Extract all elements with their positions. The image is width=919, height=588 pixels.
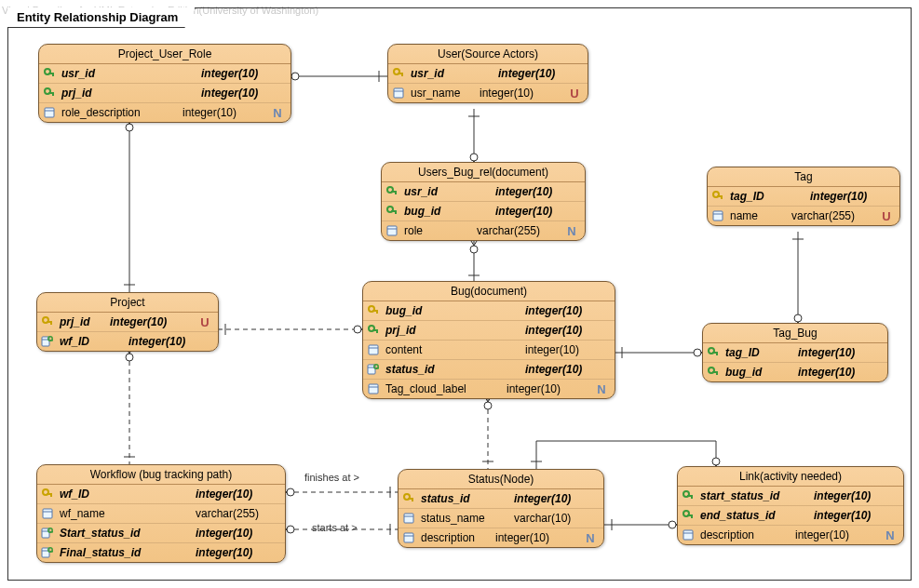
column-name: role <box>404 224 477 237</box>
column-row: start_status_idinteger(10) <box>678 487 903 506</box>
column-type: integer(10) <box>814 489 898 502</box>
svg-rect-45 <box>50 321 52 325</box>
entity-project[interactable]: Projectprj_idinteger(10)Uwf_IDinteger(10… <box>36 292 219 352</box>
column-icon <box>367 381 382 396</box>
column-row: prj_idinteger(10) <box>363 321 615 341</box>
column-name: prj_id <box>61 87 201 100</box>
svg-rect-55 <box>376 329 378 333</box>
column-type: integer(10) <box>110 315 194 328</box>
column-row: wf_IDinteger(10) <box>37 332 218 351</box>
svg-rect-36 <box>387 226 397 235</box>
entity-title: Bug(document) <box>363 282 615 301</box>
column-row: usr_idinteger(10) <box>388 64 588 84</box>
column-row: descriptioninteger(10)N <box>678 526 903 544</box>
column-type: integer(10) <box>495 531 579 544</box>
column-name: bug_id <box>385 304 525 317</box>
svg-rect-52 <box>376 310 378 314</box>
column-row: usr_nameinteger(10)U <box>388 84 588 102</box>
column-type: integer(10) <box>196 546 279 559</box>
column-type: integer(10) <box>495 185 579 198</box>
key-icon <box>711 189 726 204</box>
key-icon <box>392 66 407 81</box>
column-type: integer(10) <box>498 67 582 80</box>
fk-key-icon <box>707 345 722 360</box>
svg-rect-66 <box>716 352 718 355</box>
column-row: role_descriptioninteger(10)N <box>39 103 291 122</box>
column-name: tag_ID <box>725 346 798 359</box>
badge-unique: U <box>567 86 582 100</box>
column-name: prj_id <box>385 324 525 337</box>
entity-tag-bug[interactable]: Tag_Bugtag_IDinteger(10)bug_idinteger(10… <box>702 323 888 382</box>
column-name: description <box>700 528 795 541</box>
column-name: wf_ID <box>60 335 128 348</box>
entity-bug[interactable]: Bug(document)bug_idinteger(10)prj_idinte… <box>362 281 615 399</box>
column-type: integer(10) <box>525 324 609 337</box>
svg-rect-49 <box>50 340 53 341</box>
key-icon <box>41 314 56 329</box>
column-icon <box>402 530 417 545</box>
svg-rect-73 <box>43 509 52 518</box>
entity-link[interactable]: Link(activity needed)start_status_idinte… <box>677 466 904 545</box>
entity-workflow[interactable]: Workflow (bug tracking path)wf_IDinteger… <box>36 464 286 563</box>
column-row: prj_idinteger(10) <box>39 84 291 103</box>
fk-key-icon <box>43 86 58 100</box>
column-row: rolevarchar(255)N <box>382 221 585 240</box>
column-row: status_idinteger(10) <box>363 360 615 380</box>
column-row: usr_idinteger(10) <box>382 182 585 202</box>
column-type: varchar(255) <box>791 209 875 222</box>
column-icon <box>41 506 56 521</box>
column-name: prj_id <box>60 315 110 328</box>
svg-rect-88 <box>404 533 413 542</box>
rel-label-finishes: finishes at > <box>304 472 359 483</box>
svg-rect-56 <box>369 345 378 354</box>
frame-title: Entity Relationship Diagram <box>7 7 196 28</box>
entity-tag[interactable]: Tagtag_IDinteger(10)namevarchar(255)U <box>707 167 900 226</box>
column-fk-icon <box>41 526 56 541</box>
entity-status[interactable]: Status(Node)status_idinteger(10)status_n… <box>398 469 604 548</box>
column-row: Start_status_idinteger(10) <box>37 524 285 543</box>
fk-key-icon <box>385 204 400 219</box>
fk-key-icon <box>682 488 696 503</box>
column-name: start_status_id <box>700 489 814 502</box>
column-type: integer(10) <box>795 528 879 541</box>
entity-user[interactable]: User(Source Actors)usr_idinteger(10)usr_… <box>387 44 588 103</box>
entity-title: Link(activity needed) <box>678 467 903 487</box>
column-icon <box>711 208 726 223</box>
column-row: tag_IDinteger(10) <box>708 187 899 207</box>
svg-rect-86 <box>404 514 413 523</box>
column-type: integer(10) <box>480 87 563 100</box>
entity-title: Status(Node) <box>399 470 603 489</box>
entity-project-user-role[interactable]: Project_User_Roleusr_idinteger(10)prj_id… <box>38 44 291 123</box>
svg-rect-62 <box>369 384 378 394</box>
column-row: bug_idinteger(10) <box>382 202 585 221</box>
column-row: end_status_idinteger(10) <box>678 506 903 526</box>
key-icon <box>367 303 382 318</box>
column-row: usr_idinteger(10) <box>39 64 291 84</box>
column-fk-icon <box>367 362 382 377</box>
entity-users-bug-rel[interactable]: Users_Bug_rel(document)usr_idinteger(10)… <box>381 162 586 241</box>
entity-title: Workflow (bug tracking path) <box>37 465 285 485</box>
svg-rect-19 <box>52 73 54 76</box>
column-type: integer(10) <box>196 488 279 501</box>
svg-rect-28 <box>394 88 403 98</box>
svg-rect-32 <box>395 191 397 194</box>
fk-key-icon <box>43 66 58 81</box>
column-row: Tag_cloud_labelinteger(10)N <box>363 380 615 398</box>
column-type: varchar(255) <box>477 224 561 237</box>
column-name: tag_ID <box>730 190 810 203</box>
badge-nullable: N <box>564 223 579 238</box>
column-row: Final_status_idinteger(10) <box>37 543 285 562</box>
column-type: integer(10) <box>182 106 266 119</box>
entity-title: Tag_Bug <box>703 324 887 343</box>
column-name: usr_id <box>411 67 498 80</box>
column-type: integer(10) <box>798 366 882 379</box>
column-type: varchar(10) <box>514 512 598 525</box>
column-row: contentinteger(10) <box>363 341 615 360</box>
svg-rect-35 <box>395 210 397 214</box>
column-type: integer(10) <box>798 346 882 359</box>
column-icon <box>367 342 382 357</box>
diagram-frame: Entity Relationship Diagram <box>7 7 912 581</box>
svg-rect-95 <box>691 514 693 518</box>
column-type: integer(10) <box>525 304 609 317</box>
svg-rect-72 <box>50 493 52 497</box>
